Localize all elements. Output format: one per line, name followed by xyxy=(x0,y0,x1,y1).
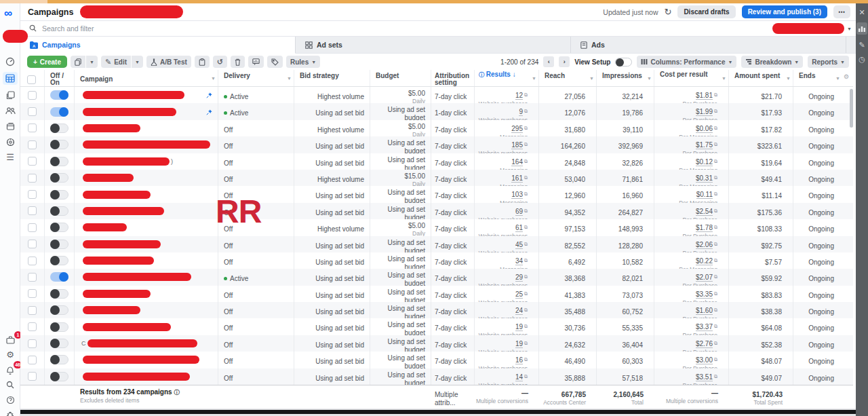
business-tools-icon[interactable]: 1 xyxy=(3,335,17,345)
campaign-cell[interactable] xyxy=(75,219,218,235)
results-value-link[interactable]: 25 xyxy=(515,290,523,299)
campaign-cell[interactable]: ) xyxy=(75,153,218,170)
tab-ads[interactable]: Ads xyxy=(571,37,846,53)
row-checkbox[interactable] xyxy=(28,240,37,248)
cost-per-result-link[interactable]: $1.60 xyxy=(696,307,713,315)
all-tools-icon[interactable]: ☰ xyxy=(3,152,17,163)
tab-ad-sets[interactable]: Ad sets xyxy=(296,37,571,53)
cost-per-result-link[interactable]: $1.81 xyxy=(696,92,713,100)
row-toggle[interactable] xyxy=(50,90,68,100)
header-attribution[interactable]: Attribution setting xyxy=(431,70,475,86)
results-value-link[interactable]: 69 xyxy=(515,208,523,216)
row-toggle[interactable] xyxy=(50,173,68,183)
row-checkbox[interactable] xyxy=(28,322,37,331)
campaign-cell[interactable] xyxy=(75,136,218,153)
performance-chart-icon[interactable] xyxy=(856,22,867,35)
campaign-cell[interactable] xyxy=(75,269,218,285)
campaign-cell[interactable] xyxy=(75,170,218,186)
row-checkbox[interactable] xyxy=(28,223,37,232)
billing-icon[interactable] xyxy=(3,121,17,132)
campaigns-nav-icon[interactable] xyxy=(3,72,18,85)
ads-reporting-icon[interactable] xyxy=(3,90,17,100)
results-value-link[interactable]: 103 xyxy=(511,191,523,199)
campaign-cell[interactable] xyxy=(75,368,218,385)
header-ends[interactable]: Ends▼ xyxy=(793,70,842,86)
campaign-cell[interactable] xyxy=(75,103,218,119)
row-checkbox[interactable] xyxy=(28,356,37,364)
cost-per-result-link[interactable]: $2.76 xyxy=(696,340,713,348)
header-bid-strategy[interactable]: Bid strategy xyxy=(294,70,370,86)
campaign-cell[interactable] xyxy=(75,252,218,269)
row-toggle[interactable] xyxy=(50,339,68,348)
cost-per-result-link[interactable]: $0.12 xyxy=(696,158,713,166)
header-delivery[interactable]: Delivery▼ xyxy=(218,70,294,86)
duplicate-dropdown[interactable]: ▼ xyxy=(86,56,98,68)
header-campaign[interactable]: Campaign▼ xyxy=(75,70,218,86)
cost-per-result-link[interactable]: $0.06 xyxy=(696,125,713,133)
cost-per-result-link[interactable]: $3.37 xyxy=(696,323,713,331)
header-cost-per-result[interactable]: Cost per result▼ xyxy=(654,70,729,86)
row-toggle[interactable] xyxy=(50,272,68,282)
campaign-cell[interactable] xyxy=(75,318,218,335)
create-button[interactable]: +Create xyxy=(27,56,67,68)
results-value-link[interactable]: 295 xyxy=(511,125,523,133)
results-value-link[interactable]: 12 xyxy=(515,92,523,100)
campaign-cell[interactable] xyxy=(75,120,218,136)
row-toggle[interactable] xyxy=(50,372,68,381)
row-checkbox[interactable] xyxy=(28,174,37,183)
review-publish-button[interactable]: Review and publish (3) xyxy=(742,5,827,18)
info-icon[interactable]: ⓘ xyxy=(174,390,179,396)
chevron-down-icon[interactable]: ▼ xyxy=(847,26,852,31)
search-bar[interactable]: Search and filter ▼ xyxy=(20,21,856,37)
select-all-checkbox[interactable] xyxy=(20,70,45,86)
cost-per-result-link[interactable]: $2.06 xyxy=(696,241,713,249)
row-checkbox[interactable] xyxy=(28,372,37,381)
view-setup-toggle[interactable] xyxy=(615,58,632,67)
row-toggle[interactable] xyxy=(50,256,68,265)
row-toggle[interactable] xyxy=(50,140,68,149)
cost-per-result-link[interactable]: $0.22 xyxy=(696,257,713,265)
cost-per-result-link[interactable]: $2.07 xyxy=(696,273,713,282)
edit-pencil-icon[interactable]: ✎ xyxy=(859,41,865,49)
results-value-link[interactable]: 9 xyxy=(519,108,523,116)
prev-page-button[interactable]: ‹ xyxy=(543,56,554,67)
cost-per-result-link[interactable]: $0.31 xyxy=(696,174,713,183)
results-value-link[interactable]: 34 xyxy=(515,257,523,265)
row-checkbox[interactable] xyxy=(28,140,37,149)
history-clock-icon[interactable]: ◷ xyxy=(859,55,865,63)
audiences-icon[interactable] xyxy=(3,105,17,116)
row-toggle[interactable] xyxy=(50,355,68,364)
campaign-cell[interactable] xyxy=(75,203,218,219)
discard-drafts-button[interactable]: Discard drafts xyxy=(677,5,735,18)
row-toggle[interactable] xyxy=(50,124,68,133)
breakdown-button[interactable]: Breakdown▼ xyxy=(741,56,803,68)
row-checkbox[interactable] xyxy=(28,157,37,166)
header-amount-spent[interactable]: Amount spent▼ xyxy=(729,70,793,86)
help-icon[interactable] xyxy=(3,394,17,405)
row-checkbox[interactable] xyxy=(28,257,37,265)
cost-per-result-link[interactable]: $3.51 xyxy=(696,373,713,381)
results-value-link[interactable]: 14 xyxy=(515,373,523,381)
vertical-scrollbar[interactable] xyxy=(850,89,853,128)
row-checkbox[interactable] xyxy=(28,124,37,132)
results-value-link[interactable]: 161 xyxy=(511,174,523,183)
more-options-button[interactable]: ⋯ xyxy=(833,5,850,18)
tab-campaigns[interactable]: A Campaigns xyxy=(20,37,296,54)
results-value-link[interactable]: 45 xyxy=(515,241,523,249)
cost-per-result-link[interactable]: $3.00 xyxy=(696,356,713,364)
cost-per-result-link[interactable]: $1.75 xyxy=(696,141,713,149)
reports-button[interactable]: Reports▼ xyxy=(808,56,849,68)
clipboard-button[interactable] xyxy=(195,56,210,68)
next-page-button[interactable]: › xyxy=(559,56,570,67)
advertising-settings-icon[interactable] xyxy=(3,136,17,147)
settings-gear-icon[interactable]: ⚙ xyxy=(3,349,17,360)
undo-button[interactable]: ↺ xyxy=(213,56,227,68)
row-toggle[interactable] xyxy=(50,305,68,315)
campaign-cell[interactable] xyxy=(75,87,218,103)
report-bug-icon[interactable] xyxy=(3,409,17,416)
header-results[interactable]: ⓘ Results ↓▼ xyxy=(475,70,539,86)
row-toggle[interactable] xyxy=(50,157,68,166)
ab-test-button[interactable]: A/B Test xyxy=(146,56,191,68)
results-value-link[interactable]: 29 xyxy=(515,273,523,282)
row-checkbox[interactable] xyxy=(28,273,37,282)
